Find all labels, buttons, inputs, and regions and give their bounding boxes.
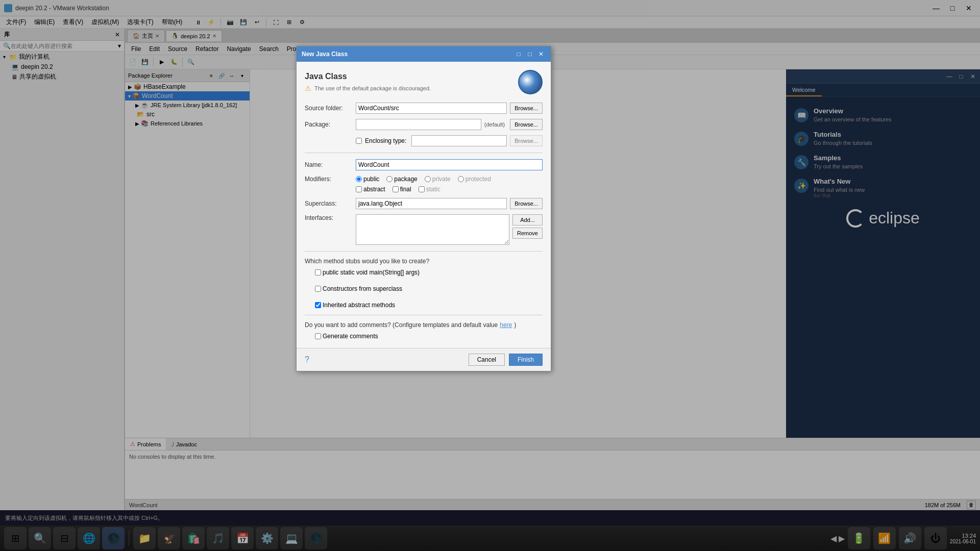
interfaces-label: Interfaces:: [305, 214, 356, 221]
generate-comments-checkbox[interactable]: [315, 333, 321, 339]
stub-constructors[interactable]: Constructors from superclass: [315, 285, 543, 292]
stub-inherited[interactable]: Inherited abstract methods: [315, 302, 543, 309]
stubs-title: Which method stubs would you like to cre…: [305, 258, 543, 265]
modifiers-control: public package private protected: [356, 176, 543, 193]
finish-button[interactable]: Finish: [509, 354, 543, 366]
enclosing-type-row: Enclosing type: Browse...: [305, 135, 543, 146]
enclosing-type-label: Enclosing type:: [365, 137, 406, 144]
superclass-label: Superclass:: [305, 200, 356, 207]
package-control: (default) Browse...: [356, 119, 543, 130]
dialog-title: New Java Class: [302, 51, 348, 58]
name-row: Name:: [305, 159, 543, 170]
comments-title: Do you want to add comments? (Configure …: [305, 321, 498, 329]
comments-section: Do you want to add comments? (Configure …: [305, 321, 543, 329]
dialog-separator-1: [305, 153, 543, 153]
modifier-public-radio[interactable]: [356, 176, 362, 182]
source-folder-input[interactable]: [356, 103, 507, 114]
package-default-text: (default): [484, 121, 505, 128]
modifier-abstract[interactable]: abstract: [356, 186, 385, 193]
new-java-class-dialog: New Java Class □ □ ✕ Java Class ⚠ The us…: [296, 46, 551, 371]
source-folder-label: Source folder:: [305, 105, 356, 112]
modifiers-other-group: abstract final static: [356, 186, 543, 193]
comments-group: Generate comments: [305, 333, 543, 340]
generate-comments[interactable]: Generate comments: [315, 333, 543, 340]
superclass-control: Browse...: [356, 198, 543, 209]
superclass-row: Superclass: Browse...: [305, 198, 543, 209]
dialog-header-title: Java Class: [305, 72, 513, 81]
name-control: [356, 159, 543, 170]
modifier-final-checkbox[interactable]: [393, 186, 399, 192]
interfaces-row: Interfaces: Add... Remove: [305, 214, 543, 245]
interfaces-remove-button[interactable]: Remove: [512, 228, 543, 239]
package-row: Package: (default) Browse...: [305, 119, 543, 130]
modifier-static[interactable]: static: [419, 186, 440, 193]
footer-left: ?: [305, 355, 309, 364]
modifier-package-radio[interactable]: [386, 176, 393, 182]
modifier-static-checkbox[interactable]: [419, 186, 425, 192]
dialog-minimize-button[interactable]: □: [514, 49, 523, 59]
enclosing-type-browse-button: Browse...: [510, 135, 543, 146]
modifier-package[interactable]: package: [386, 176, 417, 183]
footer-right: Cancel Finish: [469, 354, 543, 366]
enclosing-type-input[interactable]: [411, 135, 507, 146]
stub-main[interactable]: public static void main(String[] args): [315, 269, 543, 276]
superclass-browse-button[interactable]: Browse...: [510, 198, 543, 209]
modifier-final[interactable]: final: [393, 186, 411, 193]
modifier-private-radio[interactable]: [425, 176, 431, 182]
modifier-abstract-checkbox[interactable]: [356, 186, 362, 192]
stub-main-checkbox[interactable]: [315, 269, 321, 276]
modifiers-access-group: public package private protected: [356, 176, 543, 183]
package-input[interactable]: [356, 119, 481, 130]
stubs-group: public static void main(String[] args) C…: [305, 269, 543, 309]
stub-constructors-checkbox[interactable]: [315, 286, 321, 292]
comments-link[interactable]: here: [500, 321, 512, 329]
package-browse-button[interactable]: Browse...: [510, 119, 543, 130]
stub-inherited-checkbox[interactable]: [315, 302, 321, 308]
warning-text: The use of the default package is discou…: [314, 85, 431, 91]
dialog-titlebar: New Java Class □ □ ✕: [297, 46, 551, 62]
dialog-body: Java Class ⚠ The use of the default pack…: [297, 62, 551, 348]
source-folder-browse-button[interactable]: Browse...: [510, 103, 543, 114]
name-label: Name:: [305, 161, 356, 168]
modifiers-row: Modifiers: public package pr: [305, 176, 543, 193]
interfaces-textarea[interactable]: [356, 214, 509, 245]
interfaces-add-button[interactable]: Add...: [512, 214, 543, 226]
help-icon[interactable]: ?: [305, 355, 309, 364]
interfaces-control: Add... Remove: [356, 214, 543, 245]
enclosing-type-checkbox[interactable]: [356, 138, 362, 144]
dialog-footer: ? Cancel Finish: [297, 348, 551, 371]
modifier-protected-radio[interactable]: [458, 176, 464, 182]
warning-icon: ⚠: [305, 84, 311, 92]
dialog-maximize-button[interactable]: □: [525, 49, 534, 59]
dialog-header: Java Class ⚠ The use of the default pack…: [305, 70, 543, 94]
dialog-eclipse-icon: [518, 70, 543, 94]
dialog-separator-3: [305, 315, 543, 315]
source-folder-control: Browse...: [356, 103, 543, 114]
interfaces-buttons: Add... Remove: [512, 214, 543, 239]
modifier-private[interactable]: private: [425, 176, 451, 183]
modifiers-label: Modifiers:: [305, 176, 356, 183]
dialog-titlebar-buttons: □ □ ✕: [514, 49, 546, 59]
dialog-warning: ⚠ The use of the default package is disc…: [305, 84, 513, 92]
dialog-separator-2: [305, 251, 543, 252]
cancel-button[interactable]: Cancel: [469, 354, 505, 366]
enclosing-type-control: Enclosing type: Browse...: [356, 135, 543, 146]
dialog-overlay: New Java Class □ □ ✕ Java Class ⚠ The us…: [0, 0, 980, 551]
dialog-close-button[interactable]: ✕: [536, 49, 546, 59]
modifier-protected[interactable]: protected: [458, 176, 491, 183]
modifier-public[interactable]: public: [356, 176, 379, 183]
superclass-input[interactable]: [356, 198, 507, 209]
dialog-header-info: Java Class ⚠ The use of the default pack…: [305, 72, 513, 92]
name-input[interactable]: [356, 159, 543, 170]
package-label: Package:: [305, 121, 356, 128]
source-folder-row: Source folder: Browse...: [305, 103, 543, 114]
